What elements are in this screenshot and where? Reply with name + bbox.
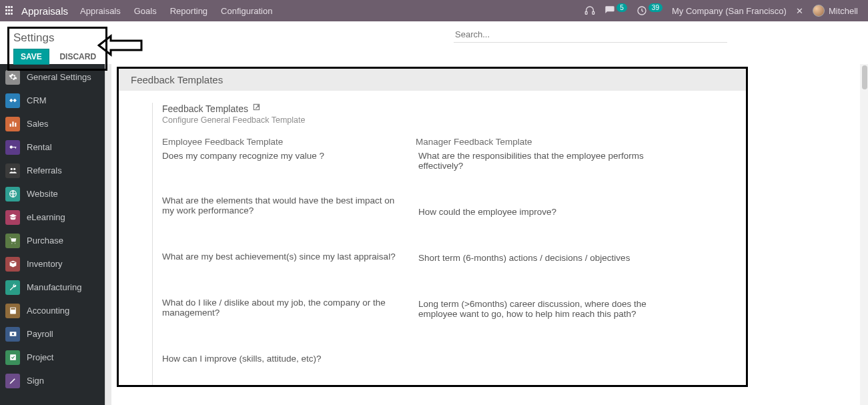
svg-rect-1 [592, 11, 594, 14]
scrollbar[interactable] [860, 64, 868, 405]
svg-rect-4 [9, 124, 11, 127]
people-icon [5, 163, 20, 178]
employee-feedback-column: Employee Feedback Template Does my compa… [162, 137, 409, 364]
svg-marker-3 [99, 36, 141, 55]
external-link-icon[interactable] [252, 103, 262, 114]
barchart-icon [5, 117, 20, 131]
task-icon [5, 350, 20, 365]
sidebar-item-label: Inventory [27, 259, 62, 269]
wrench-icon [5, 280, 20, 295]
manager-question[interactable]: What are the responsibilities that the e… [416, 151, 663, 171]
sidebar-item-inventory[interactable]: Inventory [0, 252, 105, 276]
sidebar-item-payroll[interactable]: Payroll [0, 322, 105, 346]
box-icon [5, 257, 20, 272]
calculator-icon [5, 304, 20, 318]
cart-icon [5, 234, 20, 248]
messages-badge: 5 [616, 3, 627, 12]
manager-question[interactable]: How could the employee improve? [416, 207, 663, 217]
employee-question[interactable]: Does my company recognize my value ? [162, 151, 409, 161]
employee-question[interactable]: How can I improve (skills, attitude, etc… [162, 354, 409, 364]
handshake-icon [5, 93, 20, 108]
panel-divider [152, 103, 153, 387]
svg-rect-0 [586, 11, 588, 14]
nav-configuration[interactable]: Configuration [221, 6, 272, 16]
sidebar-item-label: Website [27, 189, 58, 199]
sidebar-item-label: Accounting [27, 306, 69, 316]
pen-icon [5, 374, 20, 388]
sidebar-resize-handle[interactable] [105, 64, 111, 405]
close-icon[interactable]: ✕ [796, 6, 803, 16]
activities-badge: 39 [648, 3, 663, 12]
employee-question[interactable]: What do I like / dislike about my job, t… [162, 298, 409, 318]
sidebar-item-purchase[interactable]: Purchase [0, 229, 105, 252]
apps-icon[interactable] [5, 6, 15, 15]
employee-question[interactable]: What are my best achievement(s) since my… [162, 252, 409, 262]
arrow-annotation [97, 33, 144, 57]
manager-question[interactable]: Long term (>6months) career discussion, … [416, 299, 663, 319]
sidebar-item-label: Purchase [27, 236, 63, 246]
nav-reporting[interactable]: Reporting [170, 6, 207, 16]
feedback-templates-panel: Feedback Templates Feedback Templates Co… [117, 67, 748, 387]
search-input[interactable] [454, 27, 727, 43]
sidebar-item-website[interactable]: Website [0, 182, 105, 206]
money-icon [5, 327, 20, 342]
save-button[interactable]: SAVE [13, 49, 49, 65]
scrollbar-thumb[interactable] [862, 65, 867, 89]
sidebar-item-sales[interactable]: Sales [0, 112, 105, 135]
manager-feedback-title: Manager Feedback Template [416, 137, 663, 147]
sidebar-item-label: Project [27, 352, 53, 362]
user-name: Mitchell [829, 6, 858, 16]
globe-icon [5, 187, 20, 201]
panel-subhead: Feedback Templates [162, 103, 248, 114]
svg-point-10 [10, 168, 12, 170]
sidebar-item-project[interactable]: Project [0, 346, 105, 369]
page-title: Settings [13, 31, 101, 45]
key-icon [5, 140, 20, 155]
sidebar-item-elearning[interactable]: eLearning [0, 206, 105, 229]
svg-rect-14 [11, 308, 15, 310]
navbar: Appraisals Appraisals Goals Reporting Co… [0, 0, 868, 21]
svg-point-7 [9, 145, 12, 148]
main-content: Feedback Templates Feedback Templates Co… [111, 64, 868, 405]
nav-appraisals[interactable]: Appraisals [80, 6, 121, 16]
sidebar-item-crm[interactable]: CRM [0, 89, 105, 112]
discard-button[interactable]: DISCARD [54, 49, 101, 64]
sidebar-item-referrals[interactable]: Referrals [0, 159, 105, 182]
sidebar-item-sign[interactable]: Sign [0, 369, 105, 392]
manager-feedback-column: Manager Feedback Template What are the r… [416, 137, 663, 364]
user-menu[interactable]: Mitchell [813, 5, 858, 17]
nav-goals[interactable]: Goals [134, 6, 157, 16]
sidebar-item-label: Sign [27, 376, 44, 386]
graduation-icon [5, 210, 20, 225]
avatar [813, 5, 825, 17]
svg-point-16 [11, 333, 13, 335]
app-brand[interactable]: Appraisals [21, 5, 68, 17]
sidebar-item-label: Sales [27, 119, 49, 129]
gear-icon [5, 70, 20, 85]
employee-feedback-title: Employee Feedback Template [162, 137, 409, 147]
activities-icon[interactable]: 39 [636, 5, 663, 16]
messages-icon[interactable]: 5 [604, 5, 627, 16]
sidebar-item-label: Manufacturing [27, 282, 81, 292]
panel-subcaption: Configure General Feedback Template [162, 115, 737, 125]
company-switcher[interactable]: My Company (San Francisco) [672, 6, 787, 16]
svg-point-11 [13, 168, 15, 170]
sidebar-item-manufacturing[interactable]: Manufacturing [0, 276, 105, 299]
action-bar: Settings SAVE DISCARD [0, 21, 868, 64]
svg-rect-17 [10, 354, 16, 360]
action-box: Settings SAVE DISCARD [7, 27, 107, 71]
sidebar-item-rental[interactable]: Rental [0, 135, 105, 159]
manager-question[interactable]: Short term (6-months) actions / decision… [416, 253, 663, 263]
sidebar-item-label: Payroll [27, 329, 53, 339]
employee-question[interactable]: What are the elements that would have th… [162, 195, 409, 216]
sidebar-item-label: eLearning [27, 212, 65, 222]
panel-title: Feedback Templates [119, 69, 746, 91]
settings-sidebar: General Settings CRM Sales Rental Referr… [0, 64, 105, 405]
sidebar-item-accounting[interactable]: Accounting [0, 299, 105, 322]
svg-rect-5 [12, 121, 13, 127]
headset-icon[interactable] [584, 5, 595, 16]
svg-rect-6 [15, 123, 16, 127]
sidebar-item-label: Rental [27, 142, 52, 152]
sidebar-item-label: CRM [27, 95, 47, 105]
sidebar-item-label: Referrals [27, 165, 62, 175]
